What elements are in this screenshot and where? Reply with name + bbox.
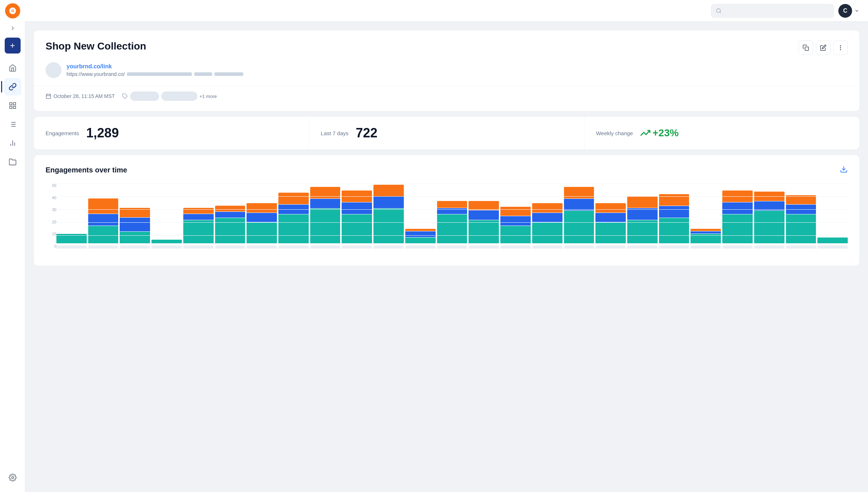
url-blur-2: [194, 72, 212, 76]
svg-rect-20: [46, 94, 51, 99]
svg-rect-16: [805, 47, 809, 51]
trend-up-icon: [640, 128, 650, 138]
link-title: Shop New Collection: [46, 40, 146, 52]
tag-2: [161, 91, 197, 101]
stat-weekly-change: Weekly change +23%: [584, 117, 859, 149]
svg-point-19: [840, 50, 841, 50]
sidebar-item-links[interactable]: [4, 78, 21, 95]
svg-line-15: [720, 12, 721, 13]
chart-container: 50403020100: [46, 183, 848, 256]
long-url: https://www.yourbrand.co/: [67, 71, 243, 77]
url-blur-3: [214, 72, 243, 76]
link-card-header: Shop New Collection: [46, 40, 848, 55]
sidebar-item-home[interactable]: [4, 59, 21, 77]
svg-rect-3: [13, 106, 15, 108]
copy-button[interactable]: [799, 40, 813, 55]
link-meta: October 28, 11:15 AM MST +1 more: [46, 91, 848, 101]
sidebar-item-grid[interactable]: [4, 97, 21, 114]
tag-1: [130, 91, 159, 101]
main-area: C Shop New Collection: [25, 0, 868, 492]
link-favicon: [46, 62, 61, 78]
topbar: C: [25, 0, 868, 22]
sidebar-item-folder[interactable]: [4, 153, 21, 171]
weekly-change-label: Weekly change: [596, 130, 633, 136]
chevron-down-icon: [854, 8, 859, 13]
url-blur-1: [127, 72, 192, 76]
engagements-label: Engagements: [46, 130, 79, 136]
engagements-value: 1,289: [86, 125, 119, 141]
search-bar[interactable]: [711, 4, 834, 18]
content-area: Shop New Collection: [25, 22, 868, 492]
svg-point-14: [717, 9, 721, 13]
sidebar-nav: [0, 59, 25, 469]
stats-bar: Engagements 1,289 Last 7 days 722 Weekly…: [34, 117, 859, 149]
sidebar-item-chart[interactable]: [4, 134, 21, 152]
link-date: October 28, 11:15 AM MST: [46, 93, 115, 99]
last7-label: Last 7 days: [321, 130, 349, 136]
weekly-change-value: +23%: [653, 127, 679, 139]
sidebar-expand-button[interactable]: [0, 22, 25, 35]
download-button[interactable]: [840, 165, 848, 175]
svg-rect-2: [9, 106, 12, 108]
chart-card: Engagements over time 50403020100: [34, 155, 859, 266]
svg-point-18: [840, 47, 841, 48]
svg-point-13: [12, 476, 14, 479]
stat-engagements: Engagements 1,289: [34, 117, 309, 149]
sidebar-item-list[interactable]: [4, 116, 21, 133]
link-divider: [34, 85, 859, 86]
stat-last7: Last 7 days 722: [309, 117, 584, 149]
more-tags: +1 more: [200, 94, 217, 99]
link-actions: [799, 40, 848, 55]
edit-button[interactable]: [816, 40, 830, 55]
sidebar: +: [0, 0, 25, 492]
link-details: yourbrnd.co/link https://www.yourbrand.c…: [67, 63, 243, 77]
weekly-change-value-group: +23%: [640, 127, 679, 139]
chart-header: Engagements over time: [46, 165, 848, 175]
short-url[interactable]: yourbrnd.co/link: [67, 63, 243, 70]
svg-rect-0: [9, 103, 12, 105]
more-button[interactable]: [833, 40, 848, 55]
link-info: yourbrnd.co/link https://www.yourbrand.c…: [46, 62, 848, 78]
date-text: October 28, 11:15 AM MST: [54, 93, 115, 99]
logo-icon: [5, 3, 20, 18]
link-tags: +1 more: [122, 91, 217, 101]
add-button[interactable]: +: [5, 38, 21, 54]
sidebar-bottom: [4, 469, 21, 492]
sidebar-item-settings[interactable]: [4, 469, 21, 486]
link-card: Shop New Collection: [34, 30, 859, 111]
chart-title: Engagements over time: [46, 166, 127, 174]
svg-point-17: [840, 46, 841, 46]
sidebar-logo: [0, 0, 25, 22]
svg-rect-1: [13, 103, 15, 105]
avatar: C: [838, 4, 852, 18]
last7-value: 722: [356, 125, 377, 141]
search-icon: [716, 8, 722, 14]
search-input[interactable]: [724, 8, 829, 14]
user-menu[interactable]: C: [838, 4, 859, 18]
